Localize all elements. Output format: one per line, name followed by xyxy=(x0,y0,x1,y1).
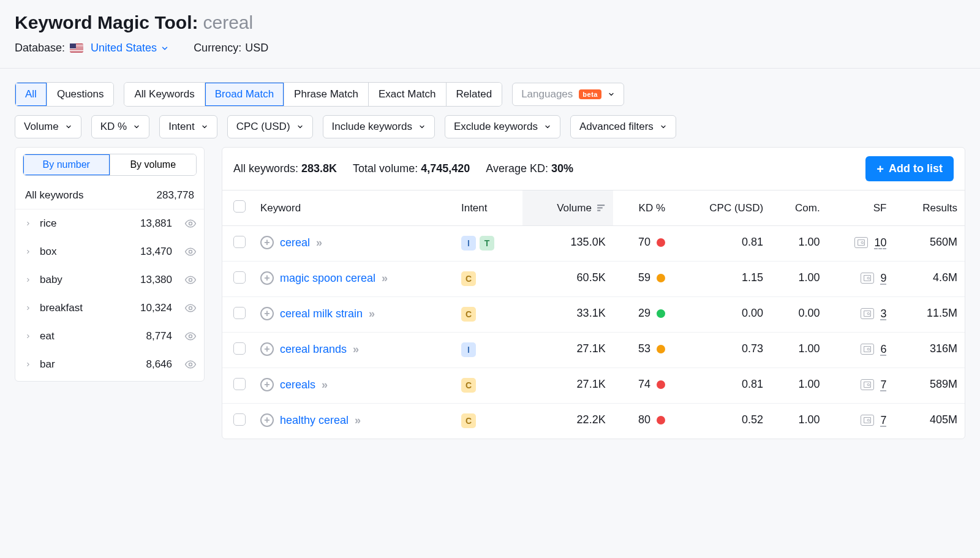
double-chevron-icon[interactable]: » xyxy=(353,343,357,356)
database-selector[interactable]: Database: United States xyxy=(15,42,169,55)
svg-point-3 xyxy=(189,307,192,310)
tab-all[interactable]: All xyxy=(15,83,47,106)
row-checkbox[interactable] xyxy=(233,271,246,284)
cell-sf[interactable]: 7 xyxy=(880,414,886,427)
svg-point-14 xyxy=(867,312,869,314)
filter-kd[interactable]: KD % xyxy=(91,115,149,138)
col-volume[interactable]: Volume xyxy=(522,190,613,226)
sidebar-tab-by-volume[interactable]: By volume xyxy=(110,154,197,175)
sidebar-group-item[interactable]: breakfast10,324 xyxy=(15,294,204,322)
eye-icon[interactable] xyxy=(184,274,197,286)
col-intent[interactable]: Intent xyxy=(454,190,522,226)
add-to-list-button[interactable]: + Add to list xyxy=(865,156,954,181)
keyword-link[interactable]: healthy cereal xyxy=(280,414,349,427)
add-keyword-icon[interactable]: + xyxy=(260,307,274,320)
double-chevron-icon[interactable]: » xyxy=(316,236,320,249)
cell-sf[interactable]: 9 xyxy=(880,272,886,285)
cell-kd: 74 xyxy=(638,378,665,391)
add-keyword-icon[interactable]: + xyxy=(260,236,274,249)
filter-intent[interactable]: Intent xyxy=(159,115,217,138)
filter-cpc[interactable]: CPC (USD) xyxy=(227,115,313,138)
filter-advanced[interactable]: Advanced filters xyxy=(570,115,676,138)
plus-icon: + xyxy=(876,163,884,175)
eye-icon[interactable] xyxy=(184,302,197,314)
sidebar-group-item[interactable]: baby13,380 xyxy=(15,266,204,294)
filter-include-keywords[interactable]: Include keywords xyxy=(323,115,435,138)
add-keyword-icon[interactable]: + xyxy=(260,378,274,391)
svg-point-5 xyxy=(189,363,192,366)
double-chevron-icon[interactable]: » xyxy=(382,272,386,285)
keyword-link[interactable]: cereal milk strain xyxy=(280,307,363,320)
row-checkbox[interactable] xyxy=(233,413,246,426)
serp-preview-icon[interactable] xyxy=(861,379,874,390)
serp-preview-icon[interactable] xyxy=(861,308,874,319)
cell-cpc: 0.81 xyxy=(673,226,771,262)
svg-rect-8 xyxy=(597,209,600,211)
divider xyxy=(0,68,980,69)
tab-all-keywords[interactable]: All Keywords xyxy=(124,83,205,106)
tab-exact-match[interactable]: Exact Match xyxy=(369,83,447,106)
eye-icon[interactable] xyxy=(184,246,197,258)
chevron-down-icon xyxy=(133,123,140,130)
tab-questions[interactable]: Questions xyxy=(47,83,114,106)
serp-preview-icon[interactable] xyxy=(861,344,874,355)
sidebar-group-item[interactable]: bar8,646 xyxy=(15,350,204,379)
double-chevron-icon[interactable]: » xyxy=(369,307,373,320)
cell-sf[interactable]: 6 xyxy=(880,343,886,356)
sidebar-group-item[interactable]: eat8,774 xyxy=(15,322,204,350)
cell-kd: 80 xyxy=(638,413,665,426)
double-chevron-icon[interactable]: » xyxy=(355,414,359,427)
cell-sf[interactable]: 7 xyxy=(880,379,886,391)
table-row: +cereal milk strain»C33.1K290.000.00311.… xyxy=(222,297,965,333)
sidebar-tab-by-number[interactable]: By number xyxy=(23,154,110,175)
row-checkbox[interactable] xyxy=(233,307,246,319)
double-chevron-icon[interactable]: » xyxy=(322,379,326,391)
table-row: +cereal»IT135.0K700.811.0010560M xyxy=(222,226,965,262)
add-keyword-icon[interactable]: + xyxy=(260,342,274,356)
cell-volume: 22.2K xyxy=(522,404,613,439)
keyword-link[interactable]: cereal brands xyxy=(280,343,347,356)
filter-volume[interactable]: Volume xyxy=(15,115,81,138)
serp-preview-icon[interactable] xyxy=(861,415,874,426)
serp-preview-icon[interactable] xyxy=(854,237,868,248)
keyword-link[interactable]: magic spoon cereal xyxy=(280,272,375,285)
row-checkbox[interactable] xyxy=(233,236,246,248)
col-keyword[interactable]: Keyword xyxy=(253,190,454,226)
svg-rect-7 xyxy=(597,207,603,208)
add-keyword-icon[interactable]: + xyxy=(260,413,274,427)
cell-results: 11.5M xyxy=(894,297,965,333)
cell-volume: 27.1K xyxy=(522,368,613,404)
sidebar-group-item[interactable]: rice13,881 xyxy=(15,209,204,238)
svg-point-4 xyxy=(189,335,192,338)
languages-dropdown[interactable]: Languages beta xyxy=(512,83,624,106)
cell-volume: 27.1K xyxy=(522,333,613,368)
sidebar-group-count: 10,324 xyxy=(140,302,172,314)
cell-sf[interactable]: 10 xyxy=(874,236,886,249)
serp-preview-icon[interactable] xyxy=(861,273,874,284)
select-all-checkbox[interactable] xyxy=(233,200,246,213)
row-checkbox[interactable] xyxy=(233,342,246,355)
intent-badge-c: C xyxy=(461,307,476,322)
col-com[interactable]: Com. xyxy=(771,190,827,226)
tab-phrase-match[interactable]: Phrase Match xyxy=(284,83,369,106)
eye-icon[interactable] xyxy=(184,330,197,342)
eye-icon[interactable] xyxy=(184,217,197,230)
tab-broad-match[interactable]: Broad Match xyxy=(205,83,284,106)
sidebar-all-keywords[interactable]: All keywords 283,778 xyxy=(15,183,204,209)
sidebar-group-label: bar xyxy=(40,358,138,371)
eye-icon[interactable] xyxy=(184,358,197,371)
cell-sf[interactable]: 3 xyxy=(880,307,886,320)
filter-exclude-keywords[interactable]: Exclude keywords xyxy=(445,115,560,138)
tab-related[interactable]: Related xyxy=(447,83,502,106)
row-checkbox[interactable] xyxy=(233,378,246,390)
keyword-link[interactable]: cereal xyxy=(280,236,310,249)
sidebar-group-label: eat xyxy=(40,330,138,342)
add-keyword-icon[interactable]: + xyxy=(260,271,274,285)
col-kd[interactable]: KD % xyxy=(613,190,673,226)
keyword-link[interactable]: cereals xyxy=(280,379,315,391)
col-sf[interactable]: SF xyxy=(827,190,894,226)
col-cpc[interactable]: CPC (USD) xyxy=(673,190,771,226)
kd-difficulty-dot xyxy=(657,274,665,282)
sidebar-group-item[interactable]: box13,470 xyxy=(15,238,204,266)
col-results[interactable]: Results xyxy=(894,190,965,226)
